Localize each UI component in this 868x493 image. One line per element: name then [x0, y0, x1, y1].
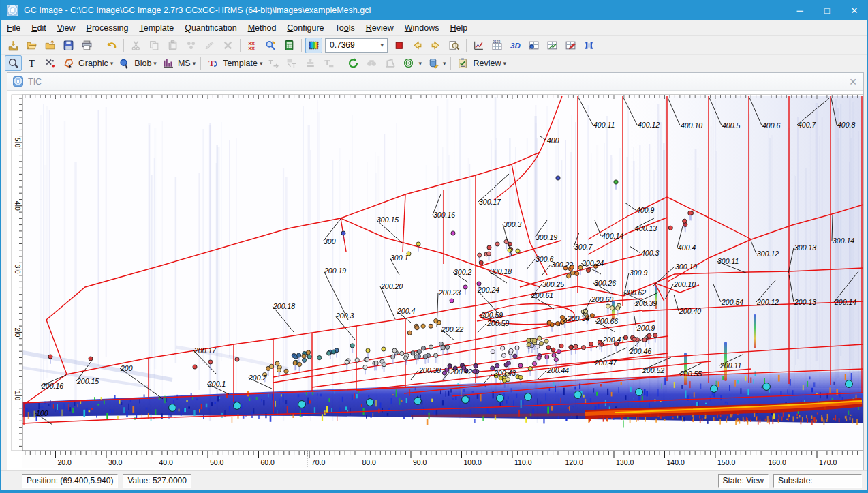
menu-windows[interactable]: Windows: [399, 22, 445, 34]
svg-text:400.6: 400.6: [762, 121, 780, 130]
reagent-button-dropdown-icon[interactable]: ▾: [443, 60, 446, 67]
zoom-tool-button[interactable]: [5, 55, 22, 71]
target-analysis-button[interactable]: [400, 55, 417, 71]
review-button-label[interactable]: Review: [473, 59, 501, 68]
search-edit-button[interactable]: [262, 38, 279, 53]
svg-text:130.0: 130.0: [616, 458, 634, 466]
erase-graphic-button[interactable]: [42, 55, 59, 71]
tic-title-bar[interactable]: TIC ✕: [7, 73, 863, 91]
data-table-button[interactable]: 0123: [489, 38, 506, 53]
template-tool-button[interactable]: T: [204, 55, 221, 71]
menu-view[interactable]: View: [52, 22, 81, 34]
reagent-button[interactable]: [424, 55, 441, 71]
toolbar-separator: [450, 57, 451, 70]
minimize-button[interactable]: ─: [786, 0, 813, 20]
svg-text:300.18: 300.18: [490, 267, 512, 275]
colormap-scale-combo[interactable]: 0.7369▾: [325, 38, 388, 53]
svg-text:200.44: 200.44: [546, 366, 569, 374]
three-d-viewer-button[interactable]: 3D: [507, 38, 524, 53]
menu-tools[interactable]: Tools: [330, 22, 360, 34]
menu-quantification[interactable]: Quantification: [179, 22, 242, 34]
template-copy-button: T: [265, 55, 282, 71]
menu-edit[interactable]: Edit: [26, 22, 52, 34]
svg-text:400.9: 400.9: [636, 206, 654, 214]
svg-text:100: 100: [36, 409, 48, 417]
toolbar-separator: [99, 39, 99, 52]
print-button[interactable]: [78, 38, 95, 53]
save-image-button[interactable]: [60, 38, 77, 53]
status-bar: Position: (69.400,5.940) Value: 527.0000…: [1, 470, 867, 490]
svg-text:T: T: [325, 59, 330, 68]
blob-table-button[interactable]: [525, 38, 542, 53]
svg-text:400.7: 400.7: [798, 121, 816, 129]
close-button[interactable]: ✕: [841, 0, 868, 20]
menu-template[interactable]: Template: [134, 22, 179, 34]
zoom-reset-button[interactable]: [446, 38, 463, 53]
blob-tool-button[interactable]: [116, 55, 133, 71]
menu-help[interactable]: Help: [444, 22, 473, 34]
table-edit-button[interactable]: [562, 38, 579, 53]
svg-text:40.0: 40.0: [159, 458, 174, 466]
svg-text:200.58: 200.58: [486, 319, 509, 327]
ms-tool-button-label[interactable]: MS: [178, 59, 191, 68]
graphic-tool-button[interactable]: [60, 55, 77, 71]
peak-table-button[interactable]: [544, 38, 561, 53]
image-compare-button[interactable]: [580, 38, 598, 53]
blob-tool-button-label[interactable]: Blob: [134, 59, 151, 68]
svg-text:300.1: 300.1: [390, 254, 408, 262]
chromatogram-plot[interactable]: 400400.11400.12400.10400.5400.6400.7400.…: [7, 91, 863, 470]
delete-all-button[interactable]: ××××: [244, 38, 261, 53]
chromatogram-view[interactable]: 400400.11400.12400.10400.5400.6400.7400.…: [7, 91, 863, 470]
svg-text:T: T: [29, 58, 35, 69]
back-button[interactable]: [409, 38, 426, 53]
edit-blob-button: [201, 38, 218, 53]
svg-text:160.0: 160.0: [769, 458, 786, 466]
tic-close-icon[interactable]: ✕: [843, 76, 863, 87]
graphic-tool-button-dropdown-icon[interactable]: ▾: [110, 60, 114, 67]
svg-text:200.55: 200.55: [679, 370, 702, 378]
ms-tool-button-dropdown-icon[interactable]: ▾: [193, 60, 196, 67]
colormap-button[interactable]: [305, 38, 322, 53]
toolbar-separator: [123, 39, 124, 52]
svg-text:200.62: 200.62: [623, 288, 646, 297]
review-button[interactable]: [454, 55, 471, 71]
template-tool-button-label[interactable]: Template: [223, 59, 258, 68]
ms-tool-button[interactable]: [159, 55, 176, 71]
svg-text:200.23: 200.23: [438, 288, 461, 297]
menu-processing[interactable]: Processing: [81, 22, 134, 34]
text-tool-button[interactable]: T: [23, 55, 40, 71]
target-analysis-button-dropdown-icon[interactable]: ▾: [418, 60, 422, 67]
svg-text:200.18: 200.18: [273, 302, 295, 310]
template-tool-button-dropdown-icon[interactable]: ▾: [260, 60, 263, 67]
svg-text:300.2: 300.2: [454, 268, 471, 276]
menu-file[interactable]: File: [1, 22, 26, 34]
svg-text:2.0: 2.0: [14, 327, 21, 337]
undo-button[interactable]: [103, 38, 120, 53]
tic-window: TIC ✕ 400400.11400.12400.10400.5400.6400…: [7, 72, 864, 470]
forward-button[interactable]: [427, 38, 444, 53]
maximize-button[interactable]: □: [813, 0, 841, 20]
svg-text:200.13: 200.13: [794, 298, 816, 306]
record-color-button[interactable]: [390, 38, 407, 53]
close-image-button[interactable]: [42, 38, 59, 53]
plot-viewer-button[interactable]: [470, 38, 487, 53]
acquire-image-button[interactable]: [5, 38, 22, 53]
calculator-button[interactable]: [281, 38, 298, 53]
svg-text:200.19: 200.19: [324, 267, 346, 275]
svg-text:200.39: 200.39: [634, 299, 657, 308]
menu-method[interactable]: Method: [243, 22, 282, 34]
menu-review[interactable]: Review: [360, 22, 399, 34]
svg-text:T: T: [269, 58, 273, 65]
open-image-button[interactable]: [23, 38, 40, 53]
svg-text:200.11: 200.11: [719, 361, 741, 370]
tic-icon: [13, 76, 23, 87]
svg-text:400.14: 400.14: [602, 232, 623, 240]
blob-tool-button-dropdown-icon[interactable]: ▾: [153, 60, 157, 67]
graphic-tool-button-label[interactable]: Graphic: [78, 59, 108, 68]
review-button-dropdown-icon[interactable]: ▾: [503, 60, 506, 67]
svg-text:200.14: 200.14: [834, 298, 856, 306]
reprocess-button[interactable]: [345, 55, 362, 71]
svg-text:200.60: 200.60: [591, 295, 613, 303]
svg-text:300.26: 300.26: [594, 279, 616, 287]
menu-configure[interactable]: Configure: [281, 22, 329, 34]
